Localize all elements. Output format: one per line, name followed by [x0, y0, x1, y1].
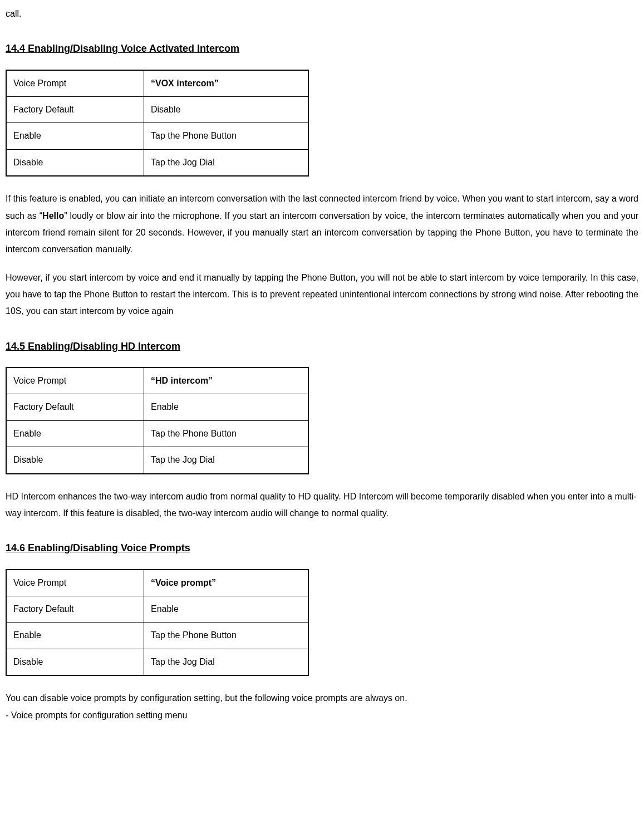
table-vox-intercom: Voice Prompt “VOX intercom” Factory Defa… — [6, 70, 309, 177]
cell-value: “Voice prompt” — [144, 570, 309, 596]
table-row: Voice Prompt “HD intercom” — [6, 367, 308, 394]
cell-label: Disable — [6, 149, 144, 176]
paragraph-146-1: You can disable voice prompts by configu… — [6, 690, 638, 707]
table-row: Enable Tap the Phone Button — [6, 623, 308, 649]
paragraph-145-1: HD Intercom enhances the two-way interco… — [6, 488, 638, 522]
cell-label: Enable — [6, 623, 144, 649]
cell-value: Tap the Phone Button — [144, 623, 309, 649]
cell-value: Tap the Phone Button — [144, 123, 309, 149]
cell-label: Disable — [6, 649, 144, 675]
table-row: Voice Prompt “Voice prompt” — [6, 570, 308, 596]
cell-label: Factory Default — [6, 596, 144, 622]
cell-value: Tap the Jog Dial — [144, 149, 309, 176]
table-row: Enable Tap the Phone Button — [6, 420, 308, 447]
heading-14-6: 14.6 Enabling/Disabling Voice Prompts — [6, 538, 638, 557]
table-row: Disable Tap the Jog Dial — [6, 649, 308, 675]
cell-label: Enable — [6, 420, 144, 447]
heading-14-4: 14.4 Enabling/Disabling Voice Activated … — [6, 39, 638, 58]
paragraph-144-1: If this feature is enabled, you can init… — [6, 190, 638, 258]
cell-value: “HD intercom” — [144, 367, 309, 394]
cell-label: Factory Default — [6, 96, 144, 122]
cell-value: Disable — [144, 96, 309, 122]
cell-label: Voice Prompt — [6, 570, 144, 596]
cell-value: Enable — [144, 394, 309, 420]
table-row: Enable Tap the Phone Button — [6, 123, 308, 149]
cell-label: Voice Prompt — [6, 70, 144, 97]
table-row: Disable Tap the Jog Dial — [6, 447, 308, 474]
cell-value: Tap the Phone Button — [144, 420, 309, 447]
paragraph-146-2: - Voice prompts for configuration settin… — [6, 707, 638, 724]
cell-label: Enable — [6, 123, 144, 149]
table-row: Voice Prompt “VOX intercom” — [6, 70, 308, 97]
cell-value: Enable — [144, 596, 309, 622]
heading-14-5: 14.5 Enabling/Disabling HD Intercom — [6, 337, 638, 356]
cell-label: Disable — [6, 447, 144, 474]
table-row: Factory Default Enable — [6, 394, 308, 420]
cell-value: Tap the Jog Dial — [144, 649, 309, 675]
table-row: Factory Default Disable — [6, 96, 308, 122]
cell-label: Factory Default — [6, 394, 144, 420]
cell-value: Tap the Jog Dial — [144, 447, 309, 474]
table-row: Factory Default Enable — [6, 596, 308, 622]
table-voice-prompt: Voice Prompt “Voice prompt” Factory Defa… — [6, 569, 309, 677]
table-hd-intercom: Voice Prompt “HD intercom” Factory Defau… — [6, 367, 309, 474]
intro-fragment: call. — [6, 6, 638, 22]
table-row: Disable Tap the Jog Dial — [6, 149, 308, 176]
paragraph-144-2: However, if you start intercom by voice … — [6, 269, 638, 320]
cell-value: “VOX intercom” — [144, 70, 309, 97]
cell-label: Voice Prompt — [6, 367, 144, 394]
